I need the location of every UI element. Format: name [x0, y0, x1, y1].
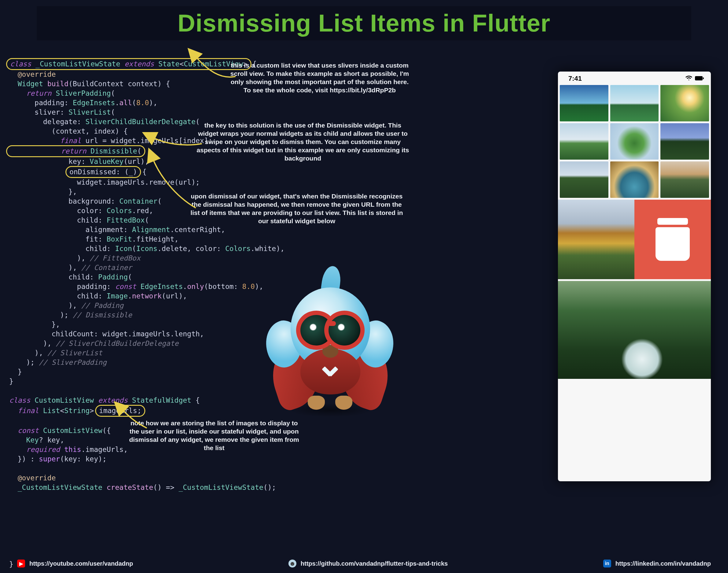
footer: ▶ https://youtube.com/user/vandadnp ☻ ht… [0, 557, 728, 570]
annotation-2: the key to this solution is the use of t… [196, 121, 410, 162]
list-item[interactable] [610, 161, 659, 198]
trash-icon [654, 218, 691, 261]
footer-youtube-label: https://youtube.com/user/vandadnp [29, 560, 133, 567]
dash-mascot [254, 242, 407, 419]
linkedin-icon: in [603, 560, 611, 568]
github-icon: ☻ [288, 560, 296, 568]
status-bar: 7:41 [558, 71, 711, 83]
footer-linkedin-label: https://linkedin.com/in/vandadnp [616, 560, 711, 567]
footer-youtube[interactable]: ▶ https://youtube.com/user/vandadnp [17, 560, 133, 568]
list-item[interactable] [661, 161, 709, 198]
list-item[interactable] [560, 161, 609, 198]
list-item[interactable] [661, 123, 709, 160]
list-item[interactable] [610, 85, 659, 121]
list-item[interactable] [560, 85, 609, 121]
flutter-logo-icon [320, 363, 340, 383]
list-item[interactable] [610, 123, 659, 160]
footer-linkedin[interactable]: in https://linkedin.com/in/vandadnp [603, 560, 711, 568]
annotation-4: note how we are storing the list of imag… [129, 419, 300, 452]
dismiss-row-content[interactable] [558, 200, 634, 279]
svg-rect-1 [703, 77, 704, 79]
annotation-3: upon dismissal of our widget, that's whe… [190, 192, 404, 225]
svg-rect-0 [695, 76, 702, 81]
list-item-large[interactable] [558, 281, 711, 379]
list-item[interactable] [560, 123, 609, 160]
list-item[interactable] [661, 85, 709, 121]
status-time: 7:41 [568, 74, 582, 83]
phone-mockup: 7:41 [558, 71, 711, 481]
title-bar: Dismissing List Items in Flutter [37, 6, 691, 40]
footer-github-label: https://github.com/vandadnp/flutter-tips… [301, 560, 448, 567]
annotation-1: this is a custom list view that uses sli… [226, 61, 413, 94]
battery-icon [695, 74, 704, 83]
dismiss-row[interactable] [558, 200, 711, 279]
page-title: Dismissing List Items in Flutter [178, 9, 550, 37]
youtube-icon: ▶ [17, 560, 25, 568]
dismiss-background [634, 200, 711, 279]
footer-github[interactable]: ☻ https://github.com/vandadnp/flutter-ti… [288, 560, 448, 568]
image-grid[interactable] [558, 83, 711, 200]
wifi-icon [685, 74, 692, 83]
